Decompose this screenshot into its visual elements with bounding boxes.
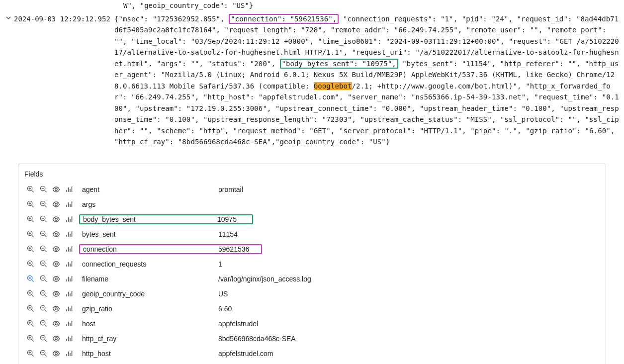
svg-line-65 — [44, 265, 46, 267]
zoom-out-icon[interactable] — [39, 320, 47, 328]
zoom-out-icon[interactable] — [39, 350, 47, 358]
googlebot-highlight: Googlebot — [314, 82, 352, 90]
stats-icon[interactable] — [65, 335, 73, 343]
field-name: http_cf_ray — [79, 335, 218, 343]
field-name: filename — [79, 275, 218, 283]
svg-point-43 — [55, 233, 57, 235]
zoom-out-icon[interactable] — [39, 260, 47, 268]
stats-icon[interactable] — [65, 185, 73, 193]
field-name: connection_requests — [79, 260, 218, 268]
field-name: agent — [79, 185, 218, 193]
zoom-out-icon[interactable] — [39, 185, 47, 193]
eye-icon[interactable] — [52, 200, 60, 208]
svg-line-53 — [44, 250, 46, 252]
log-timestamp: 2024-09-03 12:29:12.952 — [14, 13, 114, 24]
svg-line-5 — [44, 190, 46, 192]
svg-point-115 — [55, 322, 57, 324]
svg-line-113 — [44, 325, 46, 327]
zoom-in-icon[interactable] — [26, 215, 34, 223]
eye-icon[interactable] — [52, 215, 60, 223]
body-bytes-highlight: "body_bytes_sent": "10975", — [280, 59, 398, 69]
eye-icon[interactable] — [52, 350, 60, 358]
field-row: agent promtail — [23, 182, 601, 197]
eye-icon[interactable] — [52, 275, 60, 283]
stats-icon[interactable] — [65, 320, 73, 328]
field-row: bytes_sent 11154 — [23, 227, 601, 242]
eye-icon[interactable] — [52, 290, 60, 298]
field-row: geoip_country_code US — [23, 286, 601, 301]
field-value: 1 — [218, 260, 222, 268]
eye-icon[interactable] — [52, 245, 60, 253]
svg-point-67 — [55, 263, 57, 265]
field-row: gzip_ratio 6.60 — [23, 301, 601, 316]
field-name: body_bytes_sent — [80, 215, 218, 223]
zoom-in-icon[interactable] — [26, 350, 34, 358]
eye-icon[interactable] — [52, 260, 60, 268]
stats-icon[interactable] — [65, 215, 73, 223]
svg-point-19 — [55, 203, 57, 205]
connection-highlight: "connection": "59621536", — [229, 14, 339, 24]
zoom-in-icon[interactable] — [26, 230, 34, 238]
svg-line-89 — [44, 295, 46, 297]
zoom-out-icon[interactable] — [39, 275, 47, 283]
field-name: http_host — [79, 350, 218, 358]
fields-panel: Fields agent promtail — [18, 164, 606, 364]
stats-icon[interactable] — [65, 230, 73, 238]
svg-line-97 — [31, 310, 33, 312]
eye-icon[interactable] — [52, 335, 60, 343]
svg-point-7 — [55, 188, 57, 190]
zoom-in-icon[interactable] — [26, 320, 34, 328]
field-row: args — [23, 197, 601, 212]
zoom-in-icon[interactable] — [26, 335, 34, 343]
eye-icon[interactable] — [52, 185, 60, 193]
field-row: body_bytes_sent10975 — [23, 212, 601, 227]
zoom-in-icon[interactable] — [26, 305, 34, 313]
stats-icon[interactable] — [65, 260, 73, 268]
eye-icon[interactable] — [52, 305, 60, 313]
field-value: appfelstrudel — [218, 320, 258, 328]
zoom-out-icon[interactable] — [39, 305, 47, 313]
stats-icon[interactable] — [65, 305, 73, 313]
field-name: bytes_sent — [79, 230, 218, 238]
svg-point-127 — [55, 337, 57, 339]
stats-icon[interactable] — [65, 245, 73, 253]
zoom-out-icon[interactable] — [39, 200, 47, 208]
zoom-out-icon[interactable] — [39, 230, 47, 238]
stats-icon[interactable] — [65, 350, 73, 358]
svg-line-13 — [31, 205, 33, 207]
svg-point-103 — [55, 307, 57, 309]
svg-line-133 — [31, 355, 33, 357]
field-value: US — [218, 290, 228, 298]
field-row: connection59621536 — [23, 242, 601, 257]
zoom-in-icon[interactable] — [26, 245, 34, 253]
field-value: 10975 — [217, 215, 237, 223]
eye-icon[interactable] — [52, 230, 60, 238]
fields-title: Fields — [23, 169, 601, 182]
svg-line-77 — [44, 280, 46, 282]
svg-line-49 — [31, 250, 33, 252]
svg-line-61 — [31, 265, 33, 267]
field-value: appfelstrudel.com — [218, 350, 273, 358]
stats-icon[interactable] — [65, 275, 73, 283]
field-value: 6.60 — [218, 305, 232, 313]
zoom-in-icon[interactable] — [26, 185, 34, 193]
expand-toggle-icon[interactable] — [6, 13, 14, 23]
stats-icon[interactable] — [65, 290, 73, 298]
zoom-out-icon[interactable] — [39, 290, 47, 298]
zoom-out-icon[interactable] — [39, 335, 47, 343]
zoom-in-icon[interactable] — [26, 260, 34, 268]
svg-line-41 — [44, 235, 46, 237]
field-row: filename /var/log/nginx/json_access.log — [23, 272, 601, 286]
zoom-out-icon[interactable] — [39, 245, 47, 253]
stats-icon[interactable] — [65, 200, 73, 208]
zoom-out-icon[interactable] — [39, 215, 47, 223]
zoom-in-icon[interactable] — [26, 200, 34, 208]
svg-line-17 — [44, 205, 46, 207]
zoom-in-icon[interactable] — [26, 275, 34, 283]
eye-icon[interactable] — [52, 320, 60, 328]
field-row: host appfelstrudel — [23, 316, 601, 331]
svg-point-31 — [55, 218, 57, 220]
svg-line-73 — [31, 280, 33, 282]
svg-line-1 — [31, 190, 33, 192]
zoom-in-icon[interactable] — [26, 290, 34, 298]
